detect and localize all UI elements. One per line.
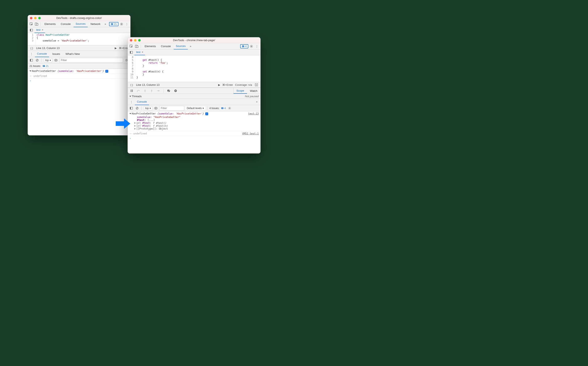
step-icon[interactable] <box>156 89 160 93</box>
tab-sources[interactable]: Sources <box>174 43 188 49</box>
clear-console-icon[interactable] <box>35 58 39 62</box>
object-property-row[interactable]: get #test: f #test() <box>130 122 259 124</box>
svg-rect-8 <box>30 29 31 31</box>
console-output[interactable]: HasPrivateGetter {someValue: 'HasPrivate… <box>28 69 130 84</box>
disclosure-icon[interactable] <box>134 125 136 127</box>
object-property-row[interactable]: #test: (...) <box>130 119 259 122</box>
code-editor[interactable]: 4567891011 get #test() { return 'foo'; }… <box>128 55 260 82</box>
console-prompt-row[interactable]: › <box>130 136 259 140</box>
console-settings-gear-icon[interactable] <box>227 106 232 111</box>
coverage-status: Coverage: n/a <box>235 83 252 86</box>
run-snippet-icon[interactable]: ▶ <box>115 46 117 50</box>
console-sidebar-toggle-icon[interactable] <box>129 106 134 111</box>
return-arrow-icon: ‹· <box>30 75 33 77</box>
pretty-print-icon[interactable]: { } <box>30 46 34 50</box>
close-tab-icon[interactable]: × <box>142 51 143 53</box>
pause-on-exceptions-icon[interactable] <box>173 89 178 93</box>
navigator-toggle-icon[interactable] <box>129 50 134 55</box>
more-tabs-icon[interactable]: » <box>103 23 107 26</box>
collapse-debugger-icon[interactable] <box>254 83 259 87</box>
inspect-icon[interactable] <box>29 22 34 26</box>
tab-console[interactable]: Console <box>59 21 73 27</box>
tab-elements[interactable]: Elements <box>143 43 158 49</box>
disclosure-icon[interactable] <box>130 113 131 114</box>
code-editor[interactable]: 1 2 3 class HasPrivateGetter { someValue… <box>28 33 130 45</box>
close-window-icon[interactable] <box>130 39 132 42</box>
disclosure-icon[interactable] <box>30 70 31 72</box>
clear-console-icon[interactable] <box>135 106 139 111</box>
line-gutter: 4567891011 <box>128 55 135 82</box>
deactivate-breakpoints-icon[interactable] <box>167 89 171 93</box>
pause-icon[interactable] <box>130 89 134 93</box>
issues-label[interactable]: 4 Issues: <box>209 107 219 110</box>
tab-watch[interactable]: Watch <box>247 88 260 94</box>
svg-point-30 <box>137 92 138 92</box>
svg-rect-47 <box>221 107 224 109</box>
close-window-icon[interactable] <box>30 17 32 19</box>
device-toolbar-icon[interactable] <box>134 44 139 49</box>
live-expression-icon[interactable] <box>53 58 58 62</box>
minimize-window-icon[interactable] <box>34 17 37 19</box>
step-out-icon[interactable] <box>149 89 154 93</box>
drawer-tab-console[interactable]: Console <box>135 99 149 105</box>
svg-rect-29 <box>132 90 133 92</box>
context-selector[interactable]: top ▾ <box>144 106 152 110</box>
navigator-toggle-icon[interactable] <box>29 28 34 32</box>
tab-sources[interactable]: Sources <box>74 21 88 27</box>
run-snippet-icon[interactable]: ▶ <box>218 83 220 86</box>
disclosure-icon[interactable] <box>130 96 131 97</box>
threads-bar[interactable]: Threads Not paused <box>128 94 260 99</box>
inspect-icon[interactable] <box>129 44 134 49</box>
console-filter-input[interactable] <box>159 106 184 111</box>
issues-badge[interactable]: 21 <box>109 22 118 26</box>
live-expression-icon[interactable] <box>153 106 158 111</box>
source-link[interactable]: VM52 test:1 <box>242 132 259 135</box>
tab-network[interactable]: Network <box>89 21 103 27</box>
file-tab-test[interactable]: test × <box>34 27 45 33</box>
maximize-window-icon[interactable] <box>138 39 141 42</box>
console-object-row[interactable]: test:13 HasPrivateGetter {someValue: 'Ha… <box>130 112 259 115</box>
issues-badge[interactable]: 4 <box>240 44 248 48</box>
disclosure-icon[interactable] <box>134 128 136 130</box>
object-property-row[interactable]: set #test: f #test(n) <box>130 124 259 127</box>
kebab-menu-icon[interactable]: ⋮ <box>254 44 259 49</box>
tab-scope[interactable]: Scope <box>234 88 247 94</box>
tab-elements[interactable]: Elements <box>42 21 58 27</box>
drawer-kebab-icon[interactable]: ⋮ <box>129 100 134 104</box>
close-tab-icon[interactable]: × <box>42 28 43 31</box>
log-levels-selector[interactable]: Default levels ▾ <box>185 106 205 110</box>
drawer-tab-whatsnew[interactable]: What's New <box>63 51 82 57</box>
step-into-icon[interactable] <box>143 89 147 93</box>
drawer-kebab-icon[interactable]: ⋮ <box>29 52 34 56</box>
issues-inline-badge[interactable]: 4 <box>221 107 226 110</box>
window-title: DevTools - drafts.csswg.org/css-color/ <box>28 16 130 20</box>
maximize-window-icon[interactable] <box>38 17 41 19</box>
issues-bar[interactable]: 21 Issues: 21 <box>28 63 130 69</box>
source-link[interactable]: test:13 <box>248 112 259 115</box>
console-prompt-row[interactable]: › <box>30 78 129 82</box>
step-over-icon[interactable] <box>136 89 141 93</box>
close-drawer-icon[interactable]: × <box>254 100 259 104</box>
object-property-row[interactable]: [[Prototype]]: Object <box>130 127 259 130</box>
settings-gear-icon[interactable] <box>249 44 254 49</box>
console-output[interactable]: test:13 HasPrivateGetter {someValue: 'Ha… <box>128 111 260 141</box>
tab-console[interactable]: Console <box>159 43 173 49</box>
more-tabs-icon[interactable]: » <box>189 45 193 48</box>
drawer-tab-issues[interactable]: Issues <box>50 51 62 57</box>
settings-gear-icon[interactable] <box>119 22 124 26</box>
console-filter-input[interactable] <box>59 58 123 62</box>
disclosure-icon[interactable] <box>134 122 136 124</box>
device-toolbar-icon[interactable] <box>34 22 39 26</box>
info-badge-icon[interactable]: i <box>105 70 108 73</box>
context-selector[interactable]: top ▾ <box>44 58 52 62</box>
drawer-tab-console[interactable]: Console <box>35 51 49 57</box>
kebab-menu-icon[interactable]: ⋮ <box>124 22 129 26</box>
pretty-print-icon[interactable]: { } <box>130 83 134 87</box>
info-badge-icon[interactable]: i <box>205 112 208 115</box>
object-property-row[interactable]: someValue: "HasPrivateGetter" <box>130 116 259 119</box>
minimize-window-icon[interactable] <box>134 39 137 42</box>
file-tab-test[interactable]: test × <box>134 49 145 55</box>
console-object-row[interactable]: HasPrivateGetter {someValue: 'HasPrivate… <box>30 69 129 73</box>
console-sidebar-toggle-icon[interactable] <box>29 58 34 62</box>
svg-rect-22 <box>243 46 244 46</box>
